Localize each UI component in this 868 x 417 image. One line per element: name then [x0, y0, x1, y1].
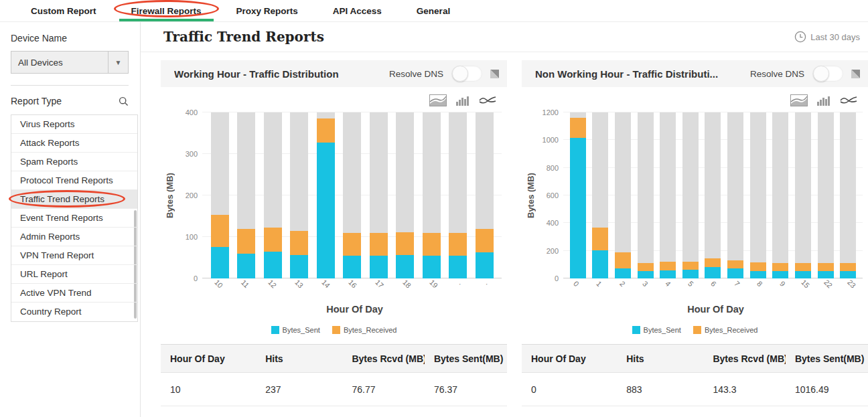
- x-tick-label: 10: [211, 280, 229, 299]
- table-row[interactable]: 1023776.7776.37: [161, 373, 507, 406]
- sidebar-item-country-report[interactable]: Country Report: [11, 303, 137, 321]
- data-table: Hour Of DayHitsBytes Rcvd (MB)Bytes Sent…: [522, 344, 868, 406]
- table-row[interactable]: 0883143.31016.49: [522, 373, 868, 406]
- sidebar-item-label: Attack Reports: [20, 138, 80, 148]
- sidebar-divider: [11, 85, 129, 86]
- expand-icon[interactable]: [851, 70, 860, 78]
- table-cell: 1016.49: [786, 384, 868, 395]
- bar-hour-12[interactable]: [264, 112, 282, 278]
- chart-legend: Bytes_SentBytes_Received: [161, 326, 507, 334]
- segment-bytes-received: [211, 215, 229, 247]
- bar-hour-17[interactable]: [370, 112, 388, 278]
- segment-bytes-received: [840, 263, 856, 271]
- segment-bytes-sent: [370, 256, 388, 278]
- segment-bytes-received: [592, 228, 608, 250]
- tab-custom-report[interactable]: Custom Report: [13, 0, 114, 21]
- area-chart-icon[interactable]: [429, 94, 447, 106]
- resolve-dns-toggle[interactable]: [812, 66, 843, 82]
- time-range-label: Last 30 days: [810, 32, 860, 42]
- table-header-cell: Bytes Rcvd (MB): [342, 353, 425, 364]
- bar-hour-·[interactable]: [476, 112, 494, 278]
- segment-bytes-sent: [449, 256, 467, 278]
- sidebar-item-vpn-trend-report[interactable]: VPN Trend Report: [11, 246, 137, 265]
- tab-general[interactable]: General: [399, 0, 467, 21]
- x-tick-label: 17: [372, 280, 390, 299]
- bar-hour-8[interactable]: [750, 112, 766, 278]
- bar-track: [795, 112, 811, 278]
- time-range[interactable]: Last 30 days: [794, 31, 860, 43]
- y-axis-ticks: 0100200300400: [178, 112, 202, 278]
- bar-hour-4[interactable]: [660, 112, 676, 278]
- bar-hour-5[interactable]: [682, 112, 699, 278]
- resolve-dns-toggle[interactable]: [451, 66, 482, 82]
- table-header-cell: Hour Of Day: [161, 353, 256, 364]
- sidebar-item-label: Spam Reports: [20, 157, 78, 167]
- bar-hour-9[interactable]: [772, 112, 788, 278]
- tab-firewall-reports[interactable]: Firewall Reports: [114, 0, 219, 21]
- x-tick-label: 14: [319, 280, 337, 299]
- bar-hour-22[interactable]: [818, 112, 834, 278]
- tab-label: Firewall Reports: [131, 6, 202, 16]
- bar-hour-11[interactable]: [237, 112, 255, 278]
- bar-hour-6[interactable]: [705, 112, 721, 278]
- sidebar-item-spam-reports[interactable]: Spam Reports: [11, 153, 137, 171]
- bar-hour-1[interactable]: [592, 112, 608, 278]
- legend-swatch: [632, 326, 640, 334]
- bar-hour-0[interactable]: [570, 112, 586, 278]
- bar-chart-icon[interactable]: [456, 95, 469, 106]
- sidebar-item-event-trend-reports[interactable]: Event Trend Reports: [11, 209, 137, 228]
- sidebar-item-admin-reports[interactable]: Admin Reports: [11, 228, 137, 246]
- table-header-cell: Hits: [256, 353, 342, 364]
- bar-hour-10[interactable]: [211, 112, 229, 278]
- bar-hour-14[interactable]: [317, 112, 335, 278]
- bar-hour-18[interactable]: [396, 112, 414, 278]
- expand-icon[interactable]: [490, 70, 499, 78]
- bar-hour-16[interactable]: [343, 112, 361, 278]
- bar-hour-23[interactable]: [840, 112, 856, 278]
- top-tab-bar: Custom ReportFirewall ReportsProxy Repor…: [0, 0, 868, 22]
- segment-bytes-received: [772, 263, 788, 271]
- sidebar-item-virus-reports[interactable]: Virus Reports: [11, 115, 137, 134]
- y-tick-label: 1000: [542, 136, 559, 144]
- sidebar-item-attack-reports[interactable]: Attack Reports: [11, 134, 137, 153]
- bar-hour-13[interactable]: [290, 112, 308, 278]
- segment-bytes-sent: [772, 271, 788, 278]
- y-tick-label: 400: [547, 219, 559, 227]
- tab-proxy-reports[interactable]: Proxy Reports: [219, 0, 315, 21]
- bar-hour-7[interactable]: [727, 112, 743, 278]
- sidebar-item-active-vpn-trend[interactable]: Active VPN Trend: [11, 284, 137, 303]
- sidebar-item-traffic-trend-reports[interactable]: Traffic Trend Reports: [11, 190, 137, 209]
- x-tick-label: 5: [684, 280, 701, 299]
- legend-bytes-received: Bytes_Received: [332, 326, 397, 334]
- segment-bytes-sent: [237, 254, 255, 278]
- y-tick-label: 800: [547, 164, 559, 172]
- report-type-list: Virus ReportsAttack ReportsSpam ReportsP…: [11, 114, 138, 322]
- bar-hour-2[interactable]: [615, 112, 631, 278]
- tab-api-access[interactable]: API Access: [315, 0, 399, 21]
- table-cell: 76.77: [342, 384, 425, 395]
- bar-hour-15[interactable]: [795, 112, 811, 278]
- chart-legend: Bytes_SentBytes_Received: [522, 326, 868, 334]
- sidebar-item-label: URL Report: [20, 269, 68, 279]
- legend-label: Bytes_Received: [344, 326, 397, 334]
- line-chart-icon[interactable]: [840, 95, 857, 106]
- search-icon[interactable]: [119, 96, 129, 106]
- legend-label: Bytes_Sent: [644, 326, 681, 334]
- x-tick-label: 19: [426, 280, 444, 299]
- table-header-cell: Bytes Rcvd (MB): [703, 353, 786, 364]
- area-chart-icon[interactable]: [790, 94, 808, 106]
- sidebar-item-url-report[interactable]: URL Report: [11, 265, 137, 284]
- x-tick-label: 1: [593, 280, 609, 299]
- line-chart-icon[interactable]: [479, 95, 496, 106]
- sidebar-item-protocol-trend-reports[interactable]: Protocol Trend Reports: [11, 171, 137, 190]
- sidebar-item-label: Virus Reports: [20, 119, 75, 129]
- bar-chart-icon[interactable]: [817, 95, 830, 106]
- bar-hour-19[interactable]: [423, 112, 441, 278]
- bar-hour-3[interactable]: [638, 112, 654, 278]
- sidebar-item-label: Event Trend Reports: [20, 213, 103, 223]
- segment-bytes-received: [570, 118, 586, 138]
- segment-bytes-sent: [660, 270, 676, 278]
- device-select[interactable]: All Devices ▼: [11, 51, 129, 74]
- bar-hour-·[interactable]: [449, 112, 467, 278]
- chevron-down-icon[interactable]: ▼: [108, 52, 128, 73]
